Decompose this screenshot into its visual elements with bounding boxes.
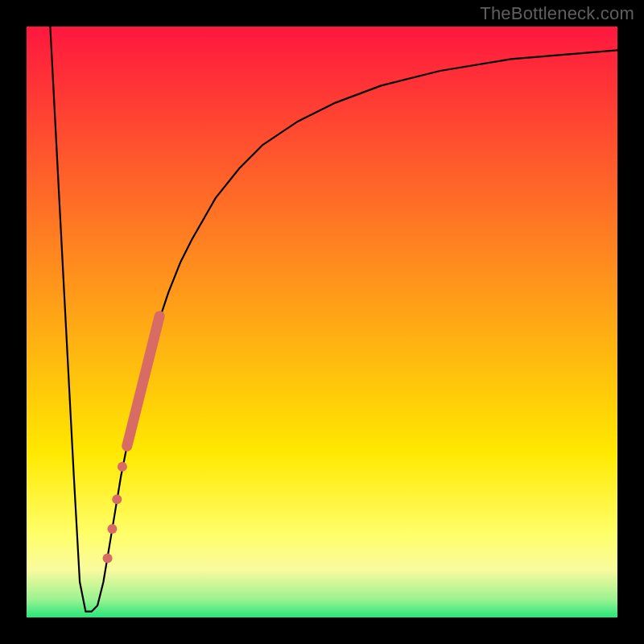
- marker-dot: [103, 554, 113, 564]
- marker-dot: [118, 462, 127, 472]
- watermark-text: TheBottleneck.com: [480, 3, 634, 24]
- chart-svg: [27, 27, 617, 617]
- plot-area: [27, 27, 617, 617]
- chart-frame: TheBottleneck.com: [0, 0, 644, 644]
- marker-dot: [107, 524, 117, 534]
- marker-dot: [112, 494, 122, 504]
